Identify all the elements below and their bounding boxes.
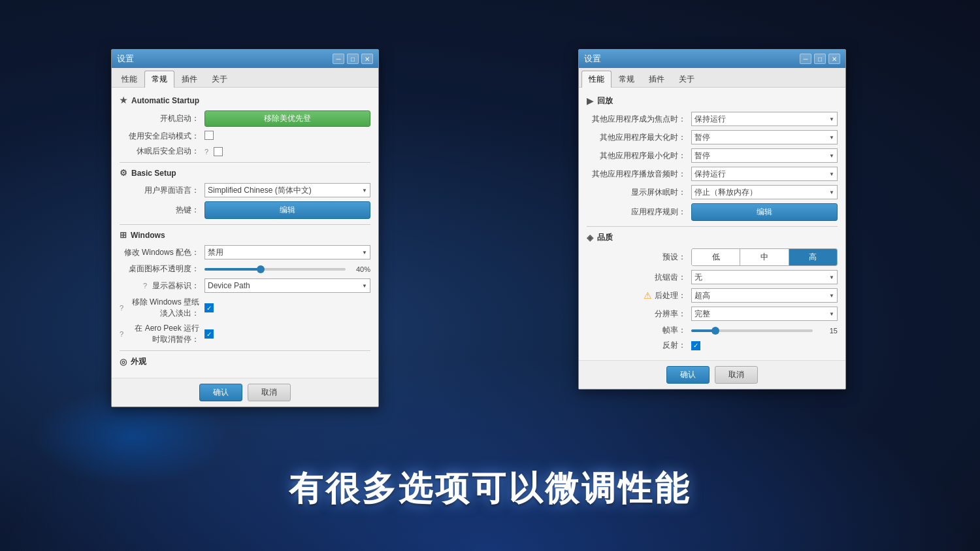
wallpaper-control — [204, 303, 370, 313]
left-confirm-button[interactable]: 确认 — [199, 384, 242, 401]
quality-mid-button[interactable]: 中 — [740, 249, 789, 265]
display-icon-label: 显示器标识： — [152, 280, 199, 292]
quality-label: 品质 — [597, 232, 613, 243]
color-scheme-label: 修改 Windows 配色： — [120, 247, 204, 258]
right-tab-plugin[interactable]: 插件 — [642, 71, 672, 88]
screen-sleep-dropdown[interactable]: 停止（释放内存） — [691, 185, 838, 199]
automatic-startup-label: Automatic Startup — [131, 96, 199, 105]
left-tab-performance[interactable]: 性能 — [114, 71, 144, 88]
gear-icon: ⚙ — [120, 168, 127, 178]
windows-icon: ⊞ — [120, 230, 127, 240]
right-minimize-button[interactable]: ─ — [800, 54, 811, 64]
restore-sleep-label: 休眠后安全启动： — [120, 146, 204, 157]
left-section-windows: ⊞ Windows — [120, 230, 370, 240]
maximize-row: 其他应用程序最大化时： 暂停 — [587, 130, 838, 144]
aero-peek-label-container: ? 在 Aero Peek 运行时取消暂停： — [120, 323, 204, 345]
minimize-value: 暂停 — [694, 150, 834, 161]
quality-low-button[interactable]: 低 — [692, 249, 740, 265]
focus-control: 保持运行 — [691, 112, 838, 126]
right-cancel-button[interactable]: 取消 — [715, 366, 758, 384]
post-process-control: 超高 — [691, 288, 838, 303]
opacity-track[interactable] — [204, 268, 346, 271]
framerate-label: 帧率： — [587, 325, 691, 336]
left-cancel-button[interactable]: 取消 — [248, 384, 291, 401]
left-close-button[interactable]: ✕ — [361, 54, 373, 64]
app-rule-row: 应用程序规则： 编辑 — [587, 203, 838, 221]
maximize-dropdown[interactable]: 暂停 — [691, 130, 838, 144]
display-icon-value: Device Path — [208, 281, 367, 290]
minimize-control: 暂停 — [691, 148, 838, 163]
app-rule-edit-button[interactable]: 编辑 — [691, 203, 838, 221]
safe-mode-checkbox[interactable] — [204, 131, 214, 140]
wallpaper-checkbox[interactable] — [204, 303, 214, 312]
color-scheme-dropdown[interactable]: 禁用 — [204, 245, 370, 259]
resolution-dropdown[interactable]: 完整 — [691, 307, 838, 321]
restore-sleep-checkbox[interactable] — [214, 147, 223, 156]
right-dialog-title: 设置 — [584, 53, 601, 65]
restore-sleep-help-icon[interactable]: ? — [204, 148, 208, 156]
language-value: Simplified Chinese (简体中文) — [208, 185, 367, 196]
framerate-slider: 15 — [691, 327, 838, 335]
noise-dropdown[interactable]: 无 — [691, 270, 838, 284]
display-icon-dropdown[interactable]: Device Path — [204, 278, 370, 293]
startup-button[interactable]: 移除美优先登 — [204, 110, 370, 127]
left-minimize-button[interactable]: ─ — [333, 54, 344, 64]
startup-control: 移除美优先登 — [204, 110, 370, 127]
color-scheme-value: 禁用 — [208, 247, 367, 258]
left-dialog: 设置 ─ □ ✕ 性能 常规 插件 关于 ★ Automatic Startup… — [111, 49, 379, 407]
appearance-icon: ◎ — [120, 357, 127, 367]
display-icon-help-icon[interactable]: ? — [143, 282, 147, 290]
right-titlebar-buttons: ─ □ ✕ — [800, 54, 840, 64]
left-dialog-content: ★ Automatic Startup 开机启动： 移除美优先登 使用安全启动模… — [112, 88, 378, 378]
reflection-checkbox[interactable] — [691, 341, 700, 350]
framerate-control: 15 — [691, 327, 838, 335]
right-confirm-button[interactable]: 确认 — [666, 366, 710, 384]
wallpaper-help-icon[interactable]: ? — [120, 304, 123, 312]
aero-peek-checkbox[interactable] — [204, 329, 214, 339]
focus-value: 保持运行 — [694, 114, 834, 125]
screen-sleep-label: 显示屏休眠时： — [587, 187, 691, 198]
aero-peek-help-icon[interactable]: ? — [120, 330, 123, 338]
divider-1 — [120, 162, 370, 163]
focus-dropdown[interactable]: 保持运行 — [691, 112, 838, 126]
right-section-playback: ▶ 回放 — [587, 95, 838, 107]
post-process-value: 超高 — [694, 290, 834, 301]
right-dialog: 设置 ─ □ ✕ 性能 常规 插件 关于 ▶ 回放 其他应用程序成为焦点时： 保… — [578, 49, 846, 390]
left-titlebar: 设置 ─ □ ✕ — [112, 50, 378, 68]
right-tab-performance[interactable]: 性能 — [581, 71, 612, 88]
hotkey-control: 编辑 — [204, 201, 370, 219]
post-process-dropdown[interactable]: 超高 — [691, 288, 838, 303]
left-maximize-button[interactable]: □ — [347, 54, 359, 64]
right-tabs: 性能 常规 插件 关于 — [579, 68, 845, 88]
left-section-appearance: ◎ 外观 — [120, 356, 370, 367]
right-maximize-button[interactable]: □ — [814, 54, 826, 64]
hotkey-edit-button[interactable]: 编辑 — [204, 201, 370, 219]
safe-mode-control — [204, 131, 370, 142]
left-dialog-title: 设置 — [117, 53, 134, 65]
left-tab-plugin[interactable]: 插件 — [174, 71, 204, 88]
mute-control: 保持运行 — [691, 167, 838, 181]
opacity-thumb[interactable] — [257, 265, 265, 273]
safe-mode-label: 使用安全启动模式： — [120, 131, 204, 142]
language-control: Simplified Chinese (简体中文) — [204, 183, 370, 197]
right-tab-about[interactable]: 关于 — [672, 71, 702, 88]
mute-value: 保持运行 — [694, 169, 834, 180]
opacity-slider: 40% — [204, 265, 370, 273]
framerate-thumb[interactable] — [711, 327, 719, 335]
right-tab-general[interactable]: 常规 — [612, 71, 642, 88]
right-close-button[interactable]: ✕ — [828, 54, 840, 64]
display-icon-label-container: ? 显示器标识： — [120, 280, 204, 292]
language-dropdown[interactable]: Simplified Chinese (简体中文) — [204, 183, 370, 197]
resolution-control: 完整 — [691, 307, 838, 321]
basic-setup-label: Basic Setup — [131, 169, 176, 178]
left-tab-about[interactable]: 关于 — [204, 71, 235, 88]
startup-row: 开机启动： 移除美优先登 — [120, 110, 370, 127]
left-tab-general[interactable]: 常规 — [144, 71, 174, 88]
right-section-quality: ◈ 品质 — [587, 232, 838, 243]
quality-high-button[interactable]: 高 — [789, 249, 837, 265]
framerate-track[interactable] — [691, 329, 813, 332]
noise-control: 无 — [691, 270, 838, 284]
post-process-row: ⚠ 后处理： 超高 — [587, 288, 838, 303]
mute-dropdown[interactable]: 保持运行 — [691, 167, 838, 181]
minimize-dropdown[interactable]: 暂停 — [691, 148, 838, 163]
